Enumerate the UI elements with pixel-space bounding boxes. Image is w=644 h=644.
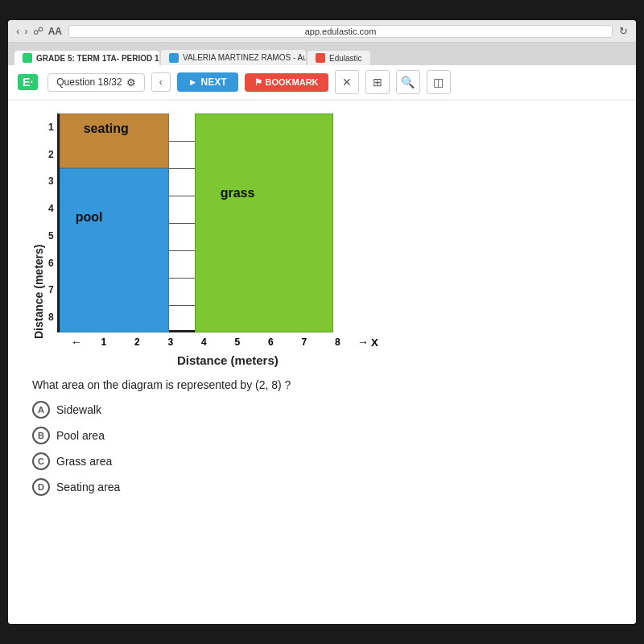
right-arrow-icon: →	[357, 336, 369, 349]
app-toolbar: E· Question 18/32 ⚙ ‹ ► NEXT ⚑ BOOKMARK …	[8, 65, 636, 101]
next-label: NEXT	[201, 76, 227, 88]
option-b[interactable]: B Pool area	[32, 427, 612, 444]
screen: ‹ › ☍ AA app.edulastic.com ↻ GRADE 5: TE…	[8, 20, 636, 624]
next-button[interactable]: ► NEXT	[177, 72, 238, 92]
grid-canvas: .region-pool { left:0px; top:68px; width…	[57, 114, 331, 332]
y-numbers: 8 7 6 5 4 3 2 1	[48, 114, 54, 332]
tab-icon-edulastic	[316, 53, 325, 63]
y-tick-6: 6	[48, 250, 54, 277]
chart-inner: 8 7 6 5 4 3 2 1	[48, 114, 378, 367]
seating-region	[60, 114, 169, 168]
font-label: AA	[48, 26, 62, 37]
x-axis-row: ← 1 2 3 4 5 6 7 8 → X	[71, 336, 378, 349]
x-tick-6: 6	[254, 336, 288, 348]
bookmark-button[interactable]: ⚑ BOOKMARK	[245, 73, 328, 92]
browser-nav: ‹ › ☍ AA	[16, 25, 62, 37]
x-tick-8: 8	[321, 336, 355, 348]
y-tick-8: 8	[48, 303, 54, 331]
content: Distance (meters) 8 7 6 5 4 3 2 1	[8, 101, 636, 624]
app-logo: E·	[18, 74, 38, 90]
settings-icon[interactable]: ⚙	[126, 76, 136, 89]
bookmark-icon: ⚑	[254, 77, 262, 88]
back-icon[interactable]: ‹	[16, 25, 19, 37]
tab-edulastic[interactable]: Edulastic	[308, 51, 370, 65]
x-axis-x-label: X	[371, 336, 378, 349]
option-b-circle: B	[32, 427, 50, 444]
option-c-circle: C	[32, 452, 50, 470]
browser-url[interactable]: app.edulastic.com	[68, 25, 613, 38]
refresh-icon[interactable]: ↻	[619, 25, 628, 37]
left-arrow-icon: ←	[71, 336, 82, 349]
tab-valeria[interactable]: VALERIA MARTINEZ RAMOS - Au... ✕	[161, 50, 306, 65]
chart-grid-area: 8 7 6 5 4 3 2 1	[48, 114, 378, 332]
option-c-label: Grass area	[56, 455, 112, 468]
close-button[interactable]: ✕	[335, 70, 359, 94]
question-number: Question 18/32	[56, 76, 122, 88]
x-tick-7: 7	[287, 336, 321, 348]
chart-container: Distance (meters) 8 7 6 5 4 3 2 1	[32, 114, 612, 367]
browser-bar: ‹ › ☍ AA app.edulastic.com ↻	[8, 20, 636, 43]
pool-region	[60, 168, 169, 332]
tab-grade5[interactable]: GRADE 5: TERM 1TA- PERIOD 1 I...	[14, 51, 159, 65]
bookmark-label: BOOKMARK	[266, 77, 319, 87]
grid-icon[interactable]: ⊞	[365, 70, 390, 94]
x-ticks: 1 2 3 4 5 6 7 8	[84, 336, 357, 348]
option-d-circle: D	[32, 478, 50, 496]
y-tick-4: 4	[48, 195, 54, 222]
y-tick-5: 5	[48, 222, 54, 250]
expand-button[interactable]: ◫	[427, 70, 451, 94]
reader-icon[interactable]: ☍	[33, 25, 43, 37]
tab-bar: GRADE 5: TERM 1TA- PERIOD 1 I... VALERIA…	[8, 43, 636, 65]
x-axis-title: Distance (meters)	[77, 353, 378, 367]
x-tick-4: 4	[188, 336, 221, 348]
y-tick-3: 3	[48, 168, 54, 196]
tab-grade5-label: GRADE 5: TERM 1TA- PERIOD 1 I...	[36, 54, 159, 63]
x-tick-1: 1	[87, 336, 121, 348]
tab-icon-grade5	[23, 53, 32, 63]
x-tick-2: 2	[121, 336, 155, 348]
prev-question-button[interactable]: ‹	[151, 72, 171, 92]
tab-valeria-label: VALERIA MARTINEZ RAMOS - Au...	[183, 53, 306, 62]
y-tick-2: 2	[48, 141, 54, 168]
tab-edulastic-label: Edulastic	[329, 54, 362, 63]
option-d[interactable]: D Seating area	[32, 478, 612, 496]
y-axis-label: Distance (meters)	[32, 114, 45, 339]
option-a[interactable]: A Sidewalk	[32, 401, 612, 419]
option-c[interactable]: C Grass area	[32, 452, 612, 470]
x-tick-3: 3	[154, 336, 188, 348]
question-badge: Question 18/32 ⚙	[47, 73, 144, 92]
forward-icon[interactable]: ›	[24, 25, 27, 37]
search-button[interactable]: 🔍	[396, 70, 420, 94]
y-tick-1: 1	[48, 114, 54, 141]
tab-icon-valeria	[169, 53, 179, 63]
question-text: What area on the diagram is represented …	[32, 378, 612, 391]
option-a-circle: A	[32, 401, 50, 419]
option-b-label: Pool area	[56, 429, 105, 442]
option-a-label: Sidewalk	[56, 403, 101, 416]
option-d-label: Seating area	[56, 481, 120, 493]
next-arrow-icon: ►	[188, 76, 198, 88]
y-tick-7: 7	[48, 277, 54, 304]
grass-region	[195, 114, 333, 332]
x-tick-5: 5	[221, 336, 254, 348]
